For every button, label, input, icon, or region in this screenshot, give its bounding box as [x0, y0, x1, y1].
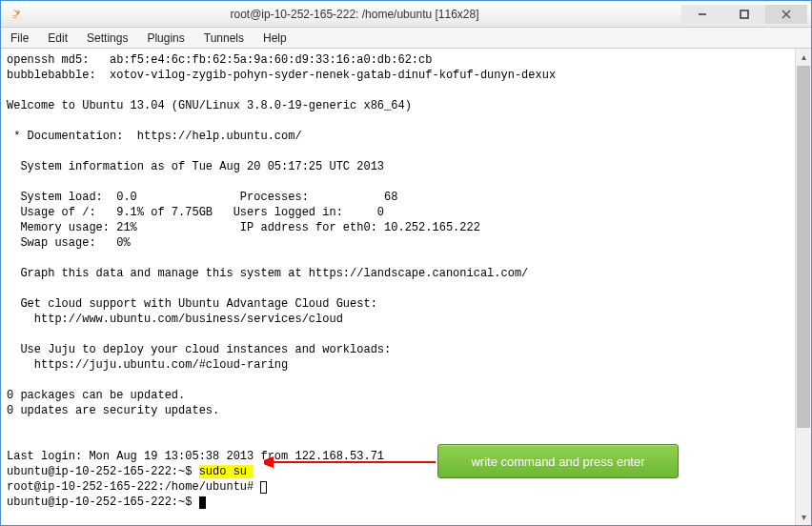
- terminal-line: Graph this data and manage this system a…: [7, 266, 789, 281]
- scroll-thumb[interactable]: [797, 66, 810, 428]
- terminal-line: 0 updates are security updates.: [7, 403, 789, 418]
- java-icon: [9, 7, 24, 22]
- terminal-line: Welcome to Ubuntu 13.04 (GNU/Linux 3.8.0…: [7, 98, 789, 113]
- terminal-line: Swap usage: 0%: [7, 235, 789, 251]
- terminal-line: [7, 327, 789, 342]
- terminal-line: Memory usage: 21% IP address for eth0: 1…: [7, 220, 789, 235]
- menu-settings[interactable]: Settings: [77, 30, 137, 47]
- terminal-line: [7, 418, 789, 434]
- menu-help[interactable]: Help: [254, 30, 296, 47]
- terminal-line: [7, 373, 789, 388]
- terminal-line: [7, 174, 789, 190]
- minimize-button[interactable]: [681, 5, 723, 24]
- terminal-line: * Documentation: https://help.ubuntu.com…: [7, 129, 789, 144]
- menu-plugins[interactable]: Plugins: [137, 30, 193, 47]
- menu-file[interactable]: File: [1, 30, 38, 47]
- window-title: root@ip-10-252-165-222: /home/ubuntu [11…: [28, 8, 681, 21]
- vertical-scrollbar[interactable]: ▴ ▾: [795, 49, 811, 525]
- terminal-line: System information as of Tue Aug 20 05:1…: [7, 159, 789, 174]
- highlighted-command: sudo su: [199, 465, 254, 478]
- prompt-prefix: ubuntu@ip-10-252-165-222:~$: [7, 496, 199, 509]
- menu-bar: File Edit Settings Plugins Tunnels Help: [1, 28, 811, 49]
- window-controls: [681, 5, 807, 24]
- terminal-line: Use Juju to deploy your cloud instances …: [7, 342, 789, 357]
- scroll-down-arrow[interactable]: ▾: [796, 509, 811, 525]
- terminal-line: https://juju.ubuntu.com/#cloud-raring: [7, 357, 789, 373]
- terminal-line: Usage of /: 9.1% of 7.75GB Users logged …: [7, 205, 789, 220]
- terminal-line: ubuntu@ip-10-252-165-222:~$: [7, 495, 789, 510]
- terminal-line: [7, 281, 789, 296]
- terminal-line: [7, 251, 789, 266]
- menu-tunnels[interactable]: Tunnels: [194, 30, 254, 47]
- menu-edit[interactable]: Edit: [38, 30, 77, 47]
- terminal-line: Get cloud support with Ubuntu Advantage …: [7, 296, 789, 312]
- terminal-line: http://www.ubuntu.com/business/services/…: [7, 312, 789, 327]
- cursor-icon: [260, 481, 267, 494]
- svg-rect-1: [741, 10, 748, 18]
- terminal-line: bubblebabble: xotov-vilog-zygib-pohyn-sy…: [7, 68, 789, 83]
- terminal-line: [7, 144, 789, 159]
- maximize-button[interactable]: [723, 5, 765, 24]
- terminal-line: System load: 0.0 Processes: 68: [7, 190, 789, 205]
- cursor-icon: [199, 496, 206, 509]
- callout-text: write command and press enter: [471, 455, 644, 469]
- terminal-line: 0 packages can be updated.: [7, 388, 789, 403]
- close-button[interactable]: [765, 5, 807, 24]
- terminal-line: [7, 113, 789, 129]
- window-titlebar: root@ip-10-252-165-222: /home/ubuntu [11…: [1, 1, 811, 28]
- terminal-line: openssh md5: ab:f5:e4:6c:fb:62:5a:9a:60:…: [7, 52, 789, 68]
- scroll-up-arrow[interactable]: ▴: [796, 49, 811, 65]
- prompt-prefix: root@ip-10-252-165-222:/home/ubuntu#: [7, 480, 260, 494]
- annotation-callout: write command and press enter: [437, 444, 679, 478]
- terminal-line: root@ip-10-252-165-222:/home/ubuntu#: [7, 479, 789, 495]
- prompt-prefix: ubuntu@ip-10-252-165-222:~$: [7, 465, 199, 478]
- terminal-line: [7, 83, 789, 98]
